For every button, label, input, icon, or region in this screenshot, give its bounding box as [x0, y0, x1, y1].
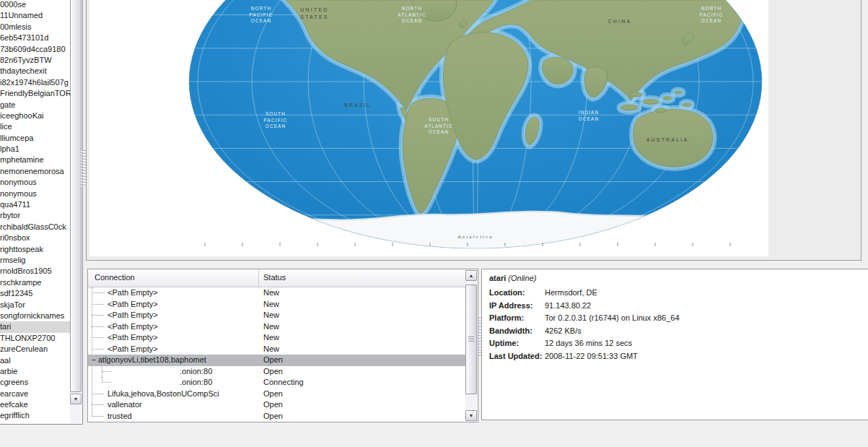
scrollbar-thumb[interactable]	[465, 285, 477, 394]
relay-list-item[interactable]: qua4711	[0, 199, 70, 210]
tree-branch-line	[92, 304, 104, 305]
connection-row[interactable]: .onion:80Open	[88, 366, 465, 378]
map-label: INDIANOCEAN	[579, 110, 600, 121]
detail-value: Tor 0.2.0.31 (r16744) on Linux x86_64	[545, 313, 680, 322]
relay-list-item[interactable]: egrifflich	[0, 410, 70, 421]
connection-list-panel: Connection Status <Path Empty>New<Path E…	[87, 269, 478, 422]
relay-list-item[interactable]: 11Unnamed	[0, 10, 70, 21]
relay-list-item[interactable]: lpha1	[0, 144, 70, 155]
relay-list-item[interactable]: rnoldBros1905	[0, 266, 70, 277]
relay-list-item[interactable]: i82x1974h6lail507g	[0, 77, 70, 88]
collapse-icon[interactable]: −	[90, 355, 97, 366]
relay-list-item[interactable]: 73b609d4cca9180	[0, 44, 70, 55]
connection-row[interactable]: <Path Empty>New	[88, 344, 465, 355]
relay-list-item[interactable]: zureCerulean	[0, 344, 70, 355]
connection-row[interactable]: <Path Empty>New	[88, 321, 465, 333]
relay-list-item[interactable]: mphetamine	[0, 155, 70, 165]
detail-row: IP Address:91.143.80.22	[489, 300, 868, 313]
antarctica-label: Antarctica	[457, 234, 493, 240]
connection-status: Open	[263, 389, 283, 400]
column-header-connection[interactable]: Connection	[95, 273, 135, 282]
relay-list-item[interactable]: 0000se	[0, 0, 70, 10]
left-splitter-handle[interactable]	[81, 150, 86, 186]
relay-list-item[interactable]: THLONXP2700	[0, 333, 70, 344]
detail-label: IP Address:	[489, 300, 545, 313]
connection-label: <Path Empty>	[108, 288, 158, 297]
detail-row: Bandwidth:4262 KB/s	[489, 325, 868, 338]
connection-status: Open	[263, 355, 283, 366]
relay-details-panel: atari (Online) Location:Hermsdorf, DEIP …	[481, 269, 868, 420]
relay-list-item[interactable]: 00mlesis	[0, 22, 70, 32]
connection-row[interactable]: <Path Empty>New	[88, 287, 465, 299]
tree-branch-line	[92, 349, 104, 350]
relay-list-item[interactable]: tari	[0, 321, 70, 332]
map-label: NORTHATLANTICOCEAN	[398, 6, 426, 23]
map-label: Antarctica	[457, 234, 493, 240]
connection-status: New	[263, 310, 279, 321]
relay-list-item[interactable]: arbie	[0, 366, 70, 377]
relay-list-item[interactable]: nonymous	[0, 188, 70, 199]
connection-row[interactable]: <Path Empty>New	[88, 299, 465, 311]
column-header-status[interactable]: Status	[258, 269, 286, 287]
detail-row: Last Updated:2008-11-22 09:51:33 GMT	[489, 350, 868, 363]
relay-list-item[interactable]: 82n6TyvzBTW	[0, 55, 70, 66]
relay-list-item[interactable]: songfornicknames	[0, 311, 70, 321]
scroll-down-button[interactable]: ▼	[465, 410, 477, 421]
arrow-down-icon: ▼	[74, 396, 79, 402]
relay-list-item[interactable]: rmselig	[0, 255, 70, 266]
relay-list-item[interactable]: thdaytechexit	[0, 66, 70, 77]
connection-row[interactable]: Lifuka,jehova,BostonUCompSciOpen	[88, 389, 465, 400]
connection-list-scrollbar[interactable]: ▲ ▼	[465, 270, 477, 421]
relay-list-item[interactable]: cgreens	[0, 377, 70, 388]
network-map-panel: NORTHPACIFICOCEANNORTHATLANTICOCEANNORTH…	[86, 0, 862, 261]
relay-list-item[interactable]: 6eb5473101d	[0, 32, 70, 43]
relay-list-item[interactable]: nemonenemorosa	[0, 166, 70, 177]
detail-value: 12 days 36 mins 12 secs	[545, 339, 632, 347]
connection-status: Open	[263, 399, 283, 411]
relay-list-item[interactable]: iceeghooKai	[0, 110, 70, 121]
relay-list-item[interactable]: skjaTor	[0, 300, 70, 311]
tree-branch-line	[92, 394, 104, 394]
connection-row[interactable]: trustedOpen	[88, 411, 465, 422]
connection-row[interactable]: .onion:80Connecting	[88, 377, 465, 389]
relay-list-item[interactable]: FriendlyBelgianTOR	[0, 88, 70, 99]
relay-list-item[interactable]: gate	[0, 100, 70, 110]
scrollbar-thumb[interactable]	[70, 0, 82, 392]
relay-list-item[interactable]: nonymous	[0, 177, 70, 188]
status-bar-area	[0, 422, 868, 447]
map-label: CHINA	[608, 19, 632, 24]
relay-list-scrollbar[interactable]: ▼	[70, 0, 82, 423]
world-map[interactable]: NORTHPACIFICOCEANNORTHATLANTICOCEANNORTH…	[89, 0, 768, 256]
scroll-up-button[interactable]: ▲	[465, 270, 477, 281]
connection-row[interactable]: <Path Empty>New	[88, 310, 465, 321]
connection-row[interactable]: <Path Empty>New	[88, 332, 465, 344]
tree-branch-line	[92, 315, 104, 316]
connection-row[interactable]: vallenatorOpen	[88, 399, 465, 411]
connection-list-header: Connection Status	[88, 269, 465, 287]
relay-list-item[interactable]: sdf12345	[0, 288, 70, 299]
detail-label: Platform:	[489, 312, 545, 325]
connection-row[interactable]: −atlgonyovLi,tibet108,baphometOpen	[88, 355, 465, 366]
connection-label: .onion:80	[180, 378, 212, 386]
detail-label: Location:	[489, 287, 545, 300]
relay-list-item[interactable]: lliumcepa	[0, 133, 70, 144]
connection-status: Open	[263, 411, 283, 422]
relay-list-item[interactable]: earcave	[0, 389, 70, 399]
detail-value: 4262 KB/s	[545, 326, 582, 335]
detail-label: Bandwidth:	[489, 325, 545, 338]
relay-list-items: 0000se11Unnamed00mlesis6eb5473101d73b609…	[0, 0, 70, 423]
relay-list-item[interactable]: rschkrampe	[0, 277, 70, 288]
relay-list-item[interactable]: rchibaldGlassC0ck	[0, 222, 70, 233]
arrow-down-icon: ▼	[469, 413, 474, 418]
connection-label: atlgonyovLi,tibet108,baphomet	[98, 355, 206, 364]
relay-list-item[interactable]: rbytor	[0, 210, 70, 221]
relay-list-item[interactable]: eefcake	[0, 399, 70, 410]
map-label: NORTHPACIFICOCEAN	[700, 6, 724, 23]
relay-list-item[interactable]: aal	[0, 355, 70, 366]
relay-list-item[interactable]: lice	[0, 121, 70, 132]
relay-list-item[interactable]: ri0nsbox	[0, 233, 70, 243]
connection-label: vallenator	[108, 400, 142, 409]
scroll-down-button[interactable]: ▼	[70, 394, 82, 404]
connection-label: <Path Empty>	[108, 333, 158, 342]
relay-list-item[interactable]: righttospeak	[0, 244, 70, 255]
